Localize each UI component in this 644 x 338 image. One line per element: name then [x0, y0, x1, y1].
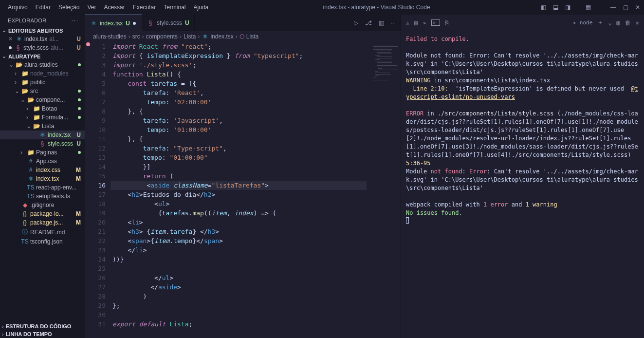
- ts-icon: TS: [21, 238, 28, 245]
- svg-rect-21: [375, 75, 379, 76]
- more-icon[interactable]: ···: [72, 18, 79, 23]
- kill-terminal-icon[interactable]: 🗑: [625, 19, 631, 26]
- ts-icon: TS: [27, 184, 34, 191]
- breadcrumb-segment[interactable]: src: [132, 33, 140, 40]
- svg-rect-15: [375, 67, 392, 67]
- menu-seleção[interactable]: Seleção: [55, 2, 83, 13]
- explorer-sidebar: EXPLORADOR ··· ⌄EDITORES ABERTOS ×⚛index…: [0, 15, 85, 338]
- line-number-gutter: 1234567891011121314151617181920212223242…: [89, 42, 112, 338]
- tree-item[interactable]: TStsconfig.json: [0, 237, 85, 246]
- svg-rect-16: [378, 68, 382, 69]
- tree-item[interactable]: ⌄📂compone...: [0, 95, 85, 104]
- react-icon: ⚛: [90, 20, 97, 27]
- svg-rect-17: [378, 70, 398, 70]
- menu-terminal[interactable]: Terminal: [160, 2, 189, 13]
- tree-item[interactable]: #App.css: [0, 157, 85, 166]
- tree-item[interactable]: ›📁node_modules: [0, 69, 85, 78]
- tree-item[interactable]: ⚛index.tsxM: [0, 174, 85, 183]
- open-editors-section[interactable]: ⌄EDITORES ABERTOS: [0, 26, 85, 35]
- tree-item[interactable]: TSreact-app-env...: [0, 183, 85, 192]
- editor-tab[interactable]: ⚛index.tsxU: [85, 15, 142, 31]
- split-editor-icon[interactable]: ▥: [379, 19, 384, 26]
- folder-icon: 📁: [21, 79, 28, 86]
- md-icon: ⓘ: [21, 228, 28, 236]
- editor-tab[interactable]: §style.scssU: [142, 15, 195, 31]
- more-icon[interactable]: ···: [391, 19, 396, 26]
- maximize-icon[interactable]: ▢: [623, 4, 628, 11]
- menu-executar[interactable]: Executar: [129, 2, 160, 13]
- breadcrumb-segment[interactable]: index.tsx: [210, 33, 233, 40]
- layout-left-icon[interactable]: ◧: [541, 4, 546, 11]
- tree-item[interactable]: ›📁Formula...: [0, 113, 85, 122]
- ports-icon[interactable]: ⎘: [445, 19, 448, 26]
- breadcrumb-segment[interactable]: Lista: [184, 33, 196, 40]
- close-icon[interactable]: ✕: [635, 4, 640, 11]
- terminal-shell-name[interactable]: node: [580, 19, 593, 26]
- menu-acessar[interactable]: Acessar: [100, 2, 129, 13]
- tree-item[interactable]: TSsetupTests.ts: [0, 192, 85, 201]
- editor-group: ⚛index.tsxU§style.scssU▷⎇▥··· alura-stud…: [85, 15, 401, 338]
- debug-console-icon[interactable]: ⌁: [423, 19, 426, 26]
- tree-item[interactable]: ◆.gitignore: [0, 201, 85, 209]
- svg-rect-7: [375, 55, 380, 56]
- folder-icon: 📂: [27, 96, 34, 103]
- problems-filter-icon[interactable]: ⚠: [406, 19, 409, 26]
- customize-layout-icon[interactable]: ▦: [586, 4, 591, 11]
- menu-ajuda[interactable]: Ajuda: [190, 2, 213, 13]
- layout-bottom-icon[interactable]: ⬓: [553, 4, 558, 11]
- terminal-dropdown-icon[interactable]: ⌄: [608, 19, 611, 26]
- breadcrumb-segment[interactable]: alura-studies: [93, 33, 127, 40]
- scss-icon: §: [15, 44, 21, 51]
- tree-item[interactable]: ⓘREADME.md: [0, 227, 85, 237]
- open-editor-item[interactable]: §style.scss alu...U: [0, 43, 85, 52]
- breadcrumb-segment[interactable]: Lista: [246, 33, 258, 40]
- folder-icon: 📁: [21, 70, 28, 77]
- run-icon[interactable]: ▷: [354, 19, 358, 26]
- terminal-icon[interactable]: >_: [431, 19, 440, 26]
- tree-item[interactable]: {}package-lo...M: [0, 209, 85, 218]
- menu-ver[interactable]: Ver: [83, 2, 100, 13]
- menu-arquivo[interactable]: Arquivo: [4, 2, 32, 13]
- close-panel-icon[interactable]: ✕: [636, 19, 639, 26]
- tree-item[interactable]: ⌄📂src: [0, 87, 85, 95]
- svg-rect-13: [377, 64, 381, 64]
- split-terminal-icon[interactable]: ▥: [617, 19, 620, 26]
- tree-item[interactable]: #index.cssM: [0, 166, 85, 174]
- svg-rect-4: [375, 51, 392, 51]
- project-section[interactable]: ⌄ALURATYPE: [0, 52, 85, 60]
- tree-item[interactable]: ⌄📂alura-studies: [0, 60, 85, 69]
- open-editor-item[interactable]: ×⚛index.tsx al...U: [0, 35, 85, 43]
- react-icon: ⚛: [27, 175, 34, 182]
- breadcrumb-segment[interactable]: components: [146, 33, 178, 40]
- minimap[interactable]: [371, 42, 401, 338]
- tree-item[interactable]: ⚛index.tsxU: [0, 131, 85, 139]
- code-editor[interactable]: import React from "react";import { isTem…: [112, 42, 371, 338]
- folder-icon: 📁: [33, 105, 40, 112]
- timeline-section[interactable]: ›LINHA DO TEMPO: [0, 330, 85, 338]
- svg-rect-12: [377, 62, 392, 63]
- outline-section[interactable]: ›ESTRUTURA DO CÓDIGO: [0, 322, 85, 330]
- tree-item[interactable]: ›📁Paginas: [0, 148, 85, 157]
- react-icon: ⚛: [39, 131, 46, 138]
- tree-item[interactable]: ›📁public: [0, 78, 85, 87]
- output-icon[interactable]: ▤: [414, 19, 418, 26]
- new-terminal-icon[interactable]: ＋: [597, 19, 603, 27]
- tree-item[interactable]: ⌄📂Lista: [0, 122, 85, 131]
- tree-item[interactable]: ›📁Botao: [0, 104, 85, 113]
- explorer-title: EXPLORADOR: [8, 18, 46, 23]
- css-icon: #: [27, 167, 34, 173]
- svg-rect-8: [377, 56, 392, 57]
- breadcrumb[interactable]: alura-studies›src›components›Lista›⚛inde…: [85, 31, 401, 42]
- json-icon: {}: [21, 210, 28, 217]
- svg-rect-9: [377, 58, 392, 58]
- menu-editar[interactable]: Editar: [32, 2, 55, 13]
- tree-item[interactable]: {}package.js...M: [0, 218, 85, 227]
- folder-icon: 📂: [16, 61, 22, 68]
- layout-right-icon[interactable]: ◨: [565, 4, 570, 11]
- minimize-icon[interactable]: —: [610, 4, 616, 11]
- menubar: ArquivoEditarSeleçãoVerAcessarExecutarTe…: [0, 0, 644, 15]
- compare-icon[interactable]: ⎇: [365, 19, 372, 26]
- terminal-output[interactable]: Failed to compile. Module not found: Err…: [401, 31, 644, 338]
- tree-item[interactable]: §style.scssU: [0, 139, 85, 148]
- ts-icon: TS: [27, 193, 34, 200]
